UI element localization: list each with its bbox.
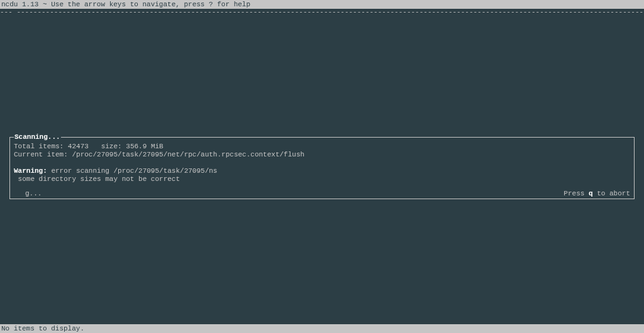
abort-key[interactable]: q xyxy=(589,190,593,197)
warning-label: Warning: xyxy=(14,167,47,175)
size-value: 356.9 MiB xyxy=(126,143,163,150)
progress-indicator: g... xyxy=(25,190,42,197)
total-items-label: Total items: xyxy=(14,143,64,150)
header-bar: ncdu 1.13 ~ Use the arrow keys to naviga… xyxy=(0,0,644,9)
dialog-title: Scanning... xyxy=(14,133,61,141)
scanning-dialog: Scanning... Total items: 42473 size: 356… xyxy=(9,137,635,199)
current-item-label: Current item: xyxy=(14,151,68,158)
current-item-value: /proc/27095/task/27095/net/rpc/auth.rpcs… xyxy=(72,151,304,158)
total-items-value: 42473 xyxy=(68,143,89,150)
footer-bar: No items to display. xyxy=(0,324,644,333)
dialog-footer: g... Press q to abort xyxy=(10,187,634,199)
path-divider: --- ------------------------------------… xyxy=(0,9,644,16)
dialog-content: Total items: 42473 size: 356.9 MiB Curre… xyxy=(10,138,634,187)
warning-text: error scanning /proc/27095/task/27095/ns xyxy=(51,167,217,175)
warning-subtext: some directory sizes may not be correct xyxy=(14,175,180,183)
size-label: size: xyxy=(101,143,122,150)
abort-hint: Press q to abort xyxy=(564,190,630,197)
